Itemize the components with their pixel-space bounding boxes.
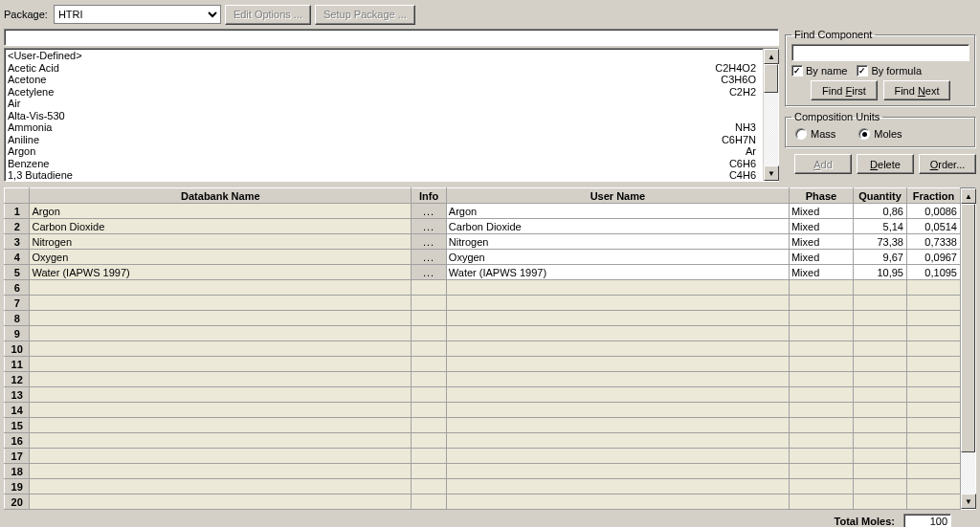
scroll-thumb[interactable] — [961, 204, 975, 452]
info-cell[interactable] — [412, 387, 447, 403]
databank-cell[interactable] — [30, 372, 412, 387]
row-number[interactable]: 2 — [5, 219, 30, 234]
databank-cell[interactable] — [30, 418, 412, 433]
phase-cell[interactable] — [789, 418, 853, 433]
row-number[interactable]: 4 — [5, 250, 30, 265]
table-row[interactable]: 19 — [5, 479, 961, 494]
user-cell[interactable] — [446, 326, 789, 341]
scroll-down-icon[interactable]: ▼ — [961, 494, 976, 509]
list-item[interactable]: 1,3 ButadieneC4H6 — [8, 169, 760, 181]
fraction-cell[interactable] — [906, 326, 960, 341]
quantity-cell[interactable]: 0,86 — [854, 204, 907, 219]
fraction-cell[interactable] — [906, 433, 960, 449]
fraction-cell[interactable] — [906, 280, 960, 296]
user-cell[interactable]: Water (IAPWS 1997) — [446, 265, 789, 280]
databank-cell[interactable] — [30, 403, 412, 418]
phase-cell[interactable] — [789, 280, 853, 296]
user-cell[interactable] — [446, 464, 789, 479]
user-cell[interactable] — [446, 341, 789, 357]
databank-cell[interactable]: Carbon Dioxide — [30, 219, 412, 234]
phase-cell[interactable] — [789, 479, 853, 494]
table-row[interactable]: 8 — [5, 311, 961, 326]
user-cell[interactable] — [446, 479, 789, 494]
list-item[interactable]: AcetyleneC2H2 — [8, 86, 760, 99]
fraction-cell[interactable] — [906, 387, 960, 403]
phase-cell[interactable] — [789, 433, 853, 449]
info-button[interactable]: ... — [412, 234, 447, 250]
user-cell[interactable] — [446, 403, 789, 418]
col-user[interactable]: User Name — [446, 188, 789, 204]
list-item[interactable]: AnilineC6H7N — [8, 134, 760, 146]
phase-cell[interactable]: Mixed — [789, 204, 853, 219]
composition-grid[interactable]: Databank Name Info User Name Phase Quant… — [4, 187, 961, 510]
fraction-cell[interactable] — [906, 464, 960, 479]
phase-cell[interactable] — [789, 403, 853, 418]
by-formula-checkbox[interactable]: By formula — [857, 65, 922, 77]
quantity-cell[interactable]: 9,67 — [854, 250, 907, 265]
info-cell[interactable] — [412, 357, 447, 372]
list-item[interactable]: AmmoniaNH3 — [8, 121, 760, 134]
component-list[interactable]: <User-Defined>Acetic AcidC2H4O2AcetoneC3… — [4, 48, 779, 182]
list-item[interactable]: <User-Defined> — [8, 50, 760, 62]
table-row[interactable]: 18 — [5, 464, 961, 479]
fraction-cell[interactable] — [906, 372, 960, 387]
fraction-cell[interactable]: 0,0514 — [906, 219, 960, 234]
quantity-cell[interactable] — [854, 418, 907, 433]
find-first-button[interactable]: Find First — [811, 80, 878, 100]
quantity-cell[interactable] — [854, 449, 907, 464]
quantity-cell[interactable] — [854, 326, 907, 341]
user-cell[interactable]: Nitrogen — [446, 234, 789, 250]
table-row[interactable]: 20 — [5, 494, 961, 510]
list-scrollbar[interactable]: ▲ ▼ — [763, 49, 778, 181]
table-row[interactable]: 12 — [5, 372, 961, 387]
table-row[interactable]: 4Oxygen...OxygenMixed9,670,0967 — [5, 250, 961, 265]
order-button[interactable]: Order... — [919, 154, 976, 174]
quantity-cell[interactable] — [854, 403, 907, 418]
phase-cell[interactable] — [789, 372, 853, 387]
user-cell[interactable]: Argon — [446, 204, 789, 219]
moles-radio[interactable]: Moles — [858, 128, 902, 140]
col-phase[interactable]: Phase — [789, 188, 853, 204]
phase-cell[interactable] — [789, 494, 853, 510]
info-button[interactable]: ... — [412, 265, 447, 280]
phase-cell[interactable]: Mixed — [789, 265, 853, 280]
quantity-cell[interactable] — [854, 311, 907, 326]
quantity-cell[interactable] — [854, 433, 907, 449]
info-button[interactable]: ... — [412, 219, 447, 234]
databank-cell[interactable]: Argon — [30, 204, 412, 219]
package-combo[interactable]: HTRI — [54, 5, 221, 24]
row-number[interactable]: 11 — [5, 357, 30, 372]
grid-scrollbar[interactable]: ▲ ▼ — [961, 187, 976, 510]
row-number[interactable]: 6 — [5, 280, 30, 296]
quantity-cell[interactable] — [854, 341, 907, 357]
user-cell[interactable] — [446, 449, 789, 464]
fraction-cell[interactable] — [906, 494, 960, 510]
info-button[interactable]: ... — [412, 204, 447, 219]
list-item[interactable]: ArgonAr — [8, 145, 760, 158]
phase-cell[interactable]: Mixed — [789, 219, 853, 234]
phase-cell[interactable] — [789, 464, 853, 479]
databank-cell[interactable] — [30, 357, 412, 372]
fraction-cell[interactable] — [906, 341, 960, 357]
databank-cell[interactable] — [30, 449, 412, 464]
databank-cell[interactable] — [30, 341, 412, 357]
find-next-button[interactable]: Find Next — [883, 80, 950, 100]
table-row[interactable]: 2Carbon Dioxide...Carbon DioxideMixed5,1… — [5, 219, 961, 234]
phase-cell[interactable] — [789, 311, 853, 326]
row-number[interactable]: 1 — [5, 204, 30, 219]
info-cell[interactable] — [412, 372, 447, 387]
quantity-cell[interactable] — [854, 296, 907, 311]
quantity-cell[interactable] — [854, 479, 907, 494]
table-row[interactable]: 14 — [5, 403, 961, 418]
quantity-cell[interactable] — [854, 280, 907, 296]
info-cell[interactable] — [412, 464, 447, 479]
databank-cell[interactable]: Oxygen — [30, 250, 412, 265]
info-cell[interactable] — [412, 280, 447, 296]
row-number[interactable]: 20 — [5, 494, 30, 510]
row-number[interactable]: 14 — [5, 403, 30, 418]
info-cell[interactable] — [412, 433, 447, 449]
list-item[interactable]: Acetic AcidC2H4O2 — [8, 62, 760, 75]
info-cell[interactable] — [412, 326, 447, 341]
databank-cell[interactable] — [30, 387, 412, 403]
phase-cell[interactable] — [789, 296, 853, 311]
